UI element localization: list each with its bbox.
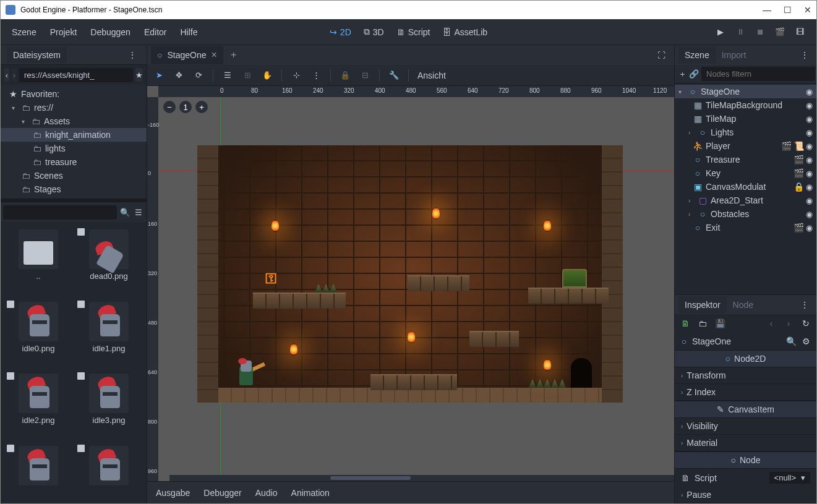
- lock-icon[interactable]: 🔒: [793, 182, 804, 192]
- history-icon[interactable]: ↻: [800, 318, 811, 329]
- file-idle2[interactable]: idle2.png: [6, 371, 71, 438]
- ruler-tool-icon[interactable]: ⊹: [291, 70, 302, 81]
- visibility-icon[interactable]: ◉: [806, 142, 813, 151]
- file-idle3[interactable]: idle3.png: [76, 371, 142, 438]
- pause-button[interactable]: ⏸: [735, 27, 746, 38]
- history-forward-icon[interactable]: ›: [783, 318, 794, 329]
- file-more1[interactable]: [6, 443, 71, 499]
- pan-tool-icon[interactable]: ✋: [262, 70, 273, 81]
- visibility-icon[interactable]: ◉: [806, 87, 813, 96]
- lock-tool-icon[interactable]: ⊞: [242, 70, 253, 81]
- distraction-free-icon[interactable]: ⛶: [652, 51, 670, 60]
- move-tool-icon[interactable]: ✥: [173, 70, 184, 81]
- snap-options-icon[interactable]: ⋮: [310, 70, 322, 81]
- visibility-icon[interactable]: ◉: [806, 128, 813, 137]
- save-resource-icon[interactable]: 💾: [714, 318, 725, 329]
- bone-icon[interactable]: 🔧: [388, 70, 400, 81]
- script-value-button[interactable]: <null>▾: [769, 472, 810, 484]
- property-options-icon[interactable]: ⚙: [800, 336, 811, 347]
- workspace-script[interactable]: 🗎 Script: [396, 27, 430, 37]
- viewport[interactable]: 0 80 160 240 320 400 480 560 640 720 800…: [147, 86, 674, 481]
- filesystem-tab[interactable]: Dateisystem: [7, 47, 67, 63]
- visibility-icon[interactable]: ◉: [806, 196, 813, 205]
- file-parent[interactable]: ..: [6, 227, 71, 294]
- play-button[interactable]: ▶: [715, 27, 726, 38]
- add-scene-tab[interactable]: +: [226, 46, 241, 64]
- menu-scene[interactable]: Szene: [12, 27, 36, 37]
- zoom-in-button[interactable]: +: [195, 101, 208, 113]
- prop-material[interactable]: ›Material: [675, 435, 816, 451]
- menu-help[interactable]: Hilfe: [180, 27, 197, 37]
- tree-lights[interactable]: 🗀lights: [1, 142, 147, 155]
- import-dock-tab[interactable]: Import: [716, 46, 753, 64]
- add-node-icon[interactable]: ＋: [678, 69, 687, 80]
- scene-dock-tab[interactable]: Szene: [678, 46, 716, 64]
- canvas-area[interactable]: 🔒: [158, 97, 674, 481]
- node-obstacles[interactable]: ›○Obstacles ◉: [675, 207, 816, 221]
- visibility-icon[interactable]: ◉: [806, 101, 813, 110]
- bottom-animation[interactable]: Animation: [291, 488, 330, 498]
- file-idle0[interactable]: idle0.png: [6, 299, 71, 367]
- path-input[interactable]: [19, 68, 133, 82]
- inspector-dock-options-icon[interactable]: ⋮: [797, 300, 813, 310]
- category-canvasitem[interactable]: ✎CanvasItem: [675, 401, 816, 418]
- node-key[interactable]: ○Key 🎬◉: [675, 166, 816, 180]
- tree-assets[interactable]: ▾🗀Assets: [1, 114, 147, 128]
- node-filter-input[interactable]: [701, 67, 815, 81]
- view-mode-icon[interactable]: ☰: [133, 207, 144, 218]
- tree-scenes[interactable]: 🗀Scenes: [1, 169, 147, 182]
- close-scene-icon[interactable]: ×: [212, 49, 217, 61]
- scene-tree[interactable]: ▾○StageOne ◉ ▦TileMapBackground ◉ ▦TileM…: [675, 83, 816, 294]
- node-canvasmodulate[interactable]: ▣CanvasModulat 🔒◉: [675, 180, 816, 194]
- menu-debug[interactable]: Debuggen: [90, 27, 130, 37]
- file-more2[interactable]: [76, 443, 142, 499]
- workspace-assetlib[interactable]: 🗄 AssetLib: [442, 27, 487, 37]
- play-scene-button[interactable]: 🎬: [774, 27, 785, 38]
- node-tilemap[interactable]: ▦TileMap ◉: [675, 112, 816, 126]
- close-button[interactable]: ✕: [804, 5, 811, 15]
- workspace-2d[interactable]: ↪ 2D: [330, 27, 351, 37]
- nav-back-button[interactable]: ‹: [4, 68, 9, 82]
- stop-button[interactable]: ⏹: [755, 27, 766, 38]
- dock-options-icon[interactable]: ⋮: [124, 50, 140, 60]
- scene-tab-stageone[interactable]: ○ StageOne ×: [151, 46, 223, 64]
- script-icon[interactable]: 📜: [793, 141, 804, 151]
- file-filter-input[interactable]: [3, 205, 117, 220]
- prop-pause[interactable]: ›Pause: [675, 487, 816, 503]
- zoom-reset-button[interactable]: 1: [179, 101, 192, 113]
- new-resource-icon[interactable]: 🗎: [680, 318, 691, 329]
- node-lights[interactable]: ›○Lights ◉: [675, 126, 816, 139]
- tree-treasure[interactable]: 🗀treasure: [1, 155, 147, 169]
- maximize-button[interactable]: ☐: [784, 5, 792, 15]
- bottom-debugger[interactable]: Debugger: [203, 488, 242, 498]
- visibility-icon[interactable]: ◉: [806, 114, 813, 124]
- visibility-icon[interactable]: ◉: [806, 182, 813, 192]
- history-back-icon[interactable]: ‹: [766, 318, 777, 329]
- prop-script[interactable]: 🗎Script <null>▾: [675, 469, 816, 487]
- node-exit[interactable]: ○Exit 🎬◉: [675, 221, 816, 234]
- node-tilemap-bg[interactable]: ▦TileMapBackground ◉: [675, 98, 816, 112]
- zoom-out-button[interactable]: −: [163, 101, 176, 113]
- rotate-tool-icon[interactable]: ⟳: [193, 70, 204, 81]
- view-menu[interactable]: Ansicht: [417, 70, 446, 80]
- filter-properties-icon[interactable]: 🔍: [785, 336, 797, 347]
- prop-transform[interactable]: ›Transform: [675, 367, 816, 384]
- lock-node-icon[interactable]: 🔒: [340, 70, 351, 81]
- favorite-toggle-button[interactable]: ★: [135, 68, 143, 82]
- list-select-icon[interactable]: ☰: [222, 70, 233, 81]
- instance-node-icon[interactable]: 🔗: [689, 69, 699, 80]
- load-resource-icon[interactable]: 🗀: [697, 318, 708, 329]
- category-node[interactable]: ○Node: [675, 451, 816, 469]
- category-node2d[interactable]: ○Node2D: [675, 350, 816, 367]
- select-tool-icon[interactable]: ➤: [153, 70, 165, 81]
- folder-tree[interactable]: ★Favoriten: ▾🗀res:// ▾🗀Assets 🗀knight_an…: [1, 85, 147, 199]
- menu-project[interactable]: Projekt: [50, 27, 77, 37]
- prop-zindex[interactable]: ›Z Index: [675, 384, 816, 401]
- inspector-dock-tab[interactable]: Inspektor: [678, 296, 727, 314]
- workspace-3d[interactable]: ⧉ 3D: [364, 27, 384, 37]
- file-dead0[interactable]: dead0.png: [76, 227, 142, 294]
- node-treasure[interactable]: ○Treasure 🎬◉: [675, 153, 816, 166]
- open-scene-icon[interactable]: 🎬: [793, 155, 804, 164]
- prop-visibility[interactable]: ›Visibility: [675, 418, 816, 435]
- node-stageone[interactable]: ▾○StageOne ◉: [675, 85, 816, 98]
